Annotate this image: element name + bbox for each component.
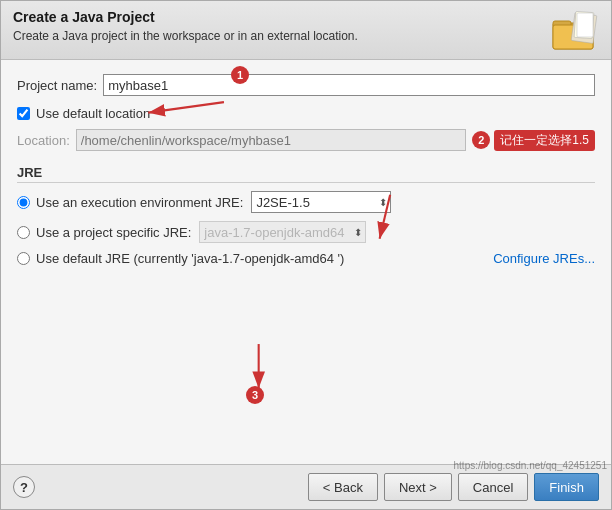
finish-button[interactable]: Finish	[534, 473, 599, 501]
jre-option-2-radio[interactable]	[17, 226, 30, 239]
jre-section: JRE Use an execution environment JRE: J2…	[17, 165, 595, 266]
annotation-3: 3	[246, 386, 264, 404]
header-text-block: Create a Java Project Create a Java proj…	[13, 9, 551, 43]
project-name-row: Project name:	[17, 74, 595, 96]
use-default-location-row: Use default location	[17, 106, 595, 121]
use-default-location-label[interactable]: Use default location	[36, 106, 150, 121]
jre-option-3-radio[interactable]	[17, 252, 30, 265]
dialog-title: Create a Java Project	[13, 9, 551, 25]
jre-specific-select: java-1.7-openjdk-amd64	[199, 221, 366, 243]
jre-env-select-wrapper[interactable]: J2SE-1.5	[251, 191, 391, 213]
project-name-label: Project name:	[17, 78, 97, 93]
cancel-button[interactable]: Cancel	[458, 473, 528, 501]
jre-option-1-radio[interactable]	[17, 196, 30, 209]
jre-env-select[interactable]: J2SE-1.5	[251, 191, 391, 213]
annotation-note: 记住一定选择1.5	[494, 130, 595, 151]
dialog-body: 1 Project name: Use default location Loc…	[1, 60, 611, 464]
jre-option-3-left: Use default JRE (currently 'java-1.7-ope…	[17, 251, 352, 266]
dialog-subtitle: Create a Java project in the workspace o…	[13, 29, 551, 43]
back-button[interactable]: < Back	[308, 473, 378, 501]
footer-left: ?	[13, 476, 35, 498]
annotation-2: 2	[472, 131, 490, 149]
watermark: https://blog.csdn.net/qq_42451251	[450, 458, 611, 473]
jre-specific-select-wrapper: java-1.7-openjdk-amd64	[199, 221, 366, 243]
configure-jres-link[interactable]: Configure JREs...	[493, 251, 595, 266]
project-name-input[interactable]	[103, 74, 595, 96]
dialog-header: Create a Java Project Create a Java proj…	[1, 1, 611, 60]
jre-option-3-label[interactable]: Use default JRE (currently 'java-1.7-ope…	[36, 251, 344, 266]
jre-option-2-label[interactable]: Use a project specific JRE:	[36, 225, 191, 240]
location-label: Location:	[17, 133, 70, 148]
footer-right: < Back Next > Cancel Finish	[308, 473, 599, 501]
next-button[interactable]: Next >	[384, 473, 452, 501]
jre-section-title: JRE	[17, 165, 595, 183]
use-default-location-checkbox[interactable]	[17, 107, 30, 120]
jre-option-3-row: Use default JRE (currently 'java-1.7-ope…	[17, 251, 595, 266]
location-input	[76, 129, 467, 151]
create-java-project-dialog: Create a Java Project Create a Java proj…	[0, 0, 612, 510]
svg-rect-5	[577, 13, 593, 37]
jre-option-2-row: Use a project specific JRE: java-1.7-ope…	[17, 221, 595, 243]
location-row: Location: 2 记住一定选择1.5	[17, 129, 595, 151]
jre-option-1-row: Use an execution environment JRE: J2SE-1…	[17, 191, 595, 213]
annotation-1: 1	[231, 66, 249, 84]
folder-icon	[551, 9, 599, 53]
jre-option-1-label[interactable]: Use an execution environment JRE:	[36, 195, 243, 210]
help-button[interactable]: ?	[13, 476, 35, 498]
